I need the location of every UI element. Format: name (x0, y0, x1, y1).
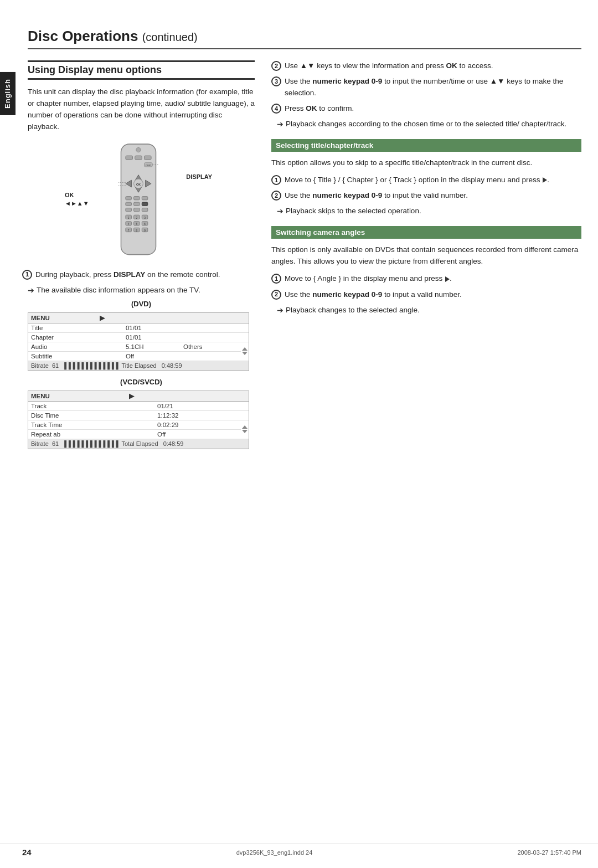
subsection-1-step-1: 1 Move to { Title } / { Chapter } or { T… (271, 174, 581, 186)
vcd-repeat-row: Repeat ab Off (28, 429, 249, 439)
page-number: 24 (22, 848, 32, 857)
svg-rect-22 (126, 208, 132, 211)
svg-rect-20 (134, 202, 140, 206)
svg-rect-23 (134, 208, 140, 211)
left-column: Using Display menu options This unit can… (22, 60, 255, 456)
subsection-1-heading: Selecting title/chapter/track (271, 139, 581, 152)
subsection-2-intro: This option is only available on DVDs th… (271, 244, 581, 268)
left-step-1-arrow: ➔ The available disc information appears… (28, 285, 255, 296)
dvd-table: MENU ▶ Title 01/01 (28, 312, 249, 371)
svg-text:8: 8 (136, 229, 138, 232)
page-container: English Disc Operations (continued) Usin… (0, 0, 598, 868)
svg-text:1: 1 (128, 216, 130, 219)
svg-rect-4 (145, 156, 152, 160)
right-step-3: 3 Use the numeric keypad 0-9 to input th… (271, 76, 581, 99)
vcd-disctime-row: Disc Time 1:12:32 (28, 410, 249, 420)
subsection-1-step-2: 2 Use the numeric keypad 0-9 to input th… (271, 190, 581, 201)
dvd-title-row: Title 01/01 (28, 323, 249, 332)
svg-text:4: 4 (128, 223, 130, 225)
vcd-bitrate-row: Bitrate 61 ▐▐▐▐▐▐▐▐▐▐▐▐▐ Total Elapsed 0… (28, 439, 249, 448)
two-col-layout: Using Display menu options This unit can… (22, 60, 581, 456)
right-column: 2 Use ▲▼ keys to view the information an… (271, 60, 581, 456)
subsection-2-step-2-arrow: ➔ Playback changes to the selected angle… (277, 305, 581, 316)
footer-file: dvp3256K_93_eng1.indd 24 (236, 849, 313, 856)
remote-diagram: OK ◄►▲▼ DISPLAY (28, 143, 249, 259)
remote-svg: DISP (83, 143, 194, 259)
vcd-label: (VCD/SVCD) (28, 378, 255, 386)
right-step-4-arrow: ➔ Playback changes according to the chos… (277, 119, 581, 130)
page-title: Disc Operations (continued) (28, 28, 581, 49)
svg-text:2: 2 (136, 216, 138, 219)
subsection-title-chapter: Selecting title/chapter/track This optio… (271, 139, 581, 217)
footer-date: 2008-03-27 1:57:40 PM (517, 849, 581, 856)
page-footer: 24 dvp3256K_93_eng1.indd 24 2008-03-27 1… (0, 844, 598, 857)
dvd-chapter-row: Chapter 01/01 (28, 332, 249, 342)
right-step-2: 2 Use ▲▼ keys to view the information an… (271, 60, 581, 71)
svg-rect-17 (134, 196, 140, 199)
subsection-1-intro: This option allows you to skip to a spec… (271, 157, 581, 169)
section-heading: Using Display menu options (28, 60, 255, 80)
sidebar-label: English (3, 79, 12, 109)
right-step-4: 4 Press OK to confirm. (271, 103, 581, 114)
vcd-table: MENU ▶ Track 01/21 (28, 391, 249, 449)
vcd-track-row: Track 01/21 (28, 401, 249, 410)
svg-text:3: 3 (144, 216, 146, 219)
subsection-2-step-1: 1 Move to { Angle } in the display menu … (271, 273, 581, 284)
dvd-audio-row: Audio 5.1CH Others (28, 342, 249, 351)
svg-text:9: 9 (144, 229, 146, 232)
dvd-label: (DVD) (28, 300, 255, 308)
svg-text:OK: OK (136, 182, 141, 186)
dvd-subtitle-row: Subtitle Off (28, 351, 249, 361)
dvd-menu-row: MENU ▶ (28, 313, 249, 323)
svg-rect-19 (126, 202, 132, 206)
svg-text:6: 6 (144, 223, 146, 225)
subsection-camera-angles: Switching camera angles This option is o… (271, 226, 581, 316)
vcd-tracktime-row: Track Time 0:02:29 (28, 420, 249, 429)
vcd-menu-row: MENU ▶ (28, 391, 249, 402)
svg-rect-18 (142, 196, 148, 199)
ok-label: OK (65, 192, 74, 198)
left-step-1: 1 During playback, press DISPLAY on the … (22, 269, 255, 280)
english-tab: English (0, 72, 16, 115)
svg-text:DISP: DISP (146, 164, 151, 167)
main-content: Disc Operations (continued) Using Displa… (22, 22, 581, 456)
svg-rect-3 (135, 156, 142, 160)
svg-text:5: 5 (136, 223, 138, 225)
section-intro: This unit can display the disc playback … (28, 86, 255, 133)
svg-point-1 (136, 147, 141, 152)
subsection-1-step-2-arrow: ➔ Playback skips to the selected operati… (277, 206, 581, 217)
svg-rect-16 (126, 196, 132, 199)
dvd-bitrate-row: Bitrate 61 ▐▐▐▐▐▐▐▐▐▐▐▐▐ Title Elapsed 0… (28, 361, 249, 370)
subsection-2-step-2: 2 Use the numeric keypad 0-9 to input a … (271, 289, 581, 300)
svg-rect-24 (142, 208, 148, 211)
svg-rect-2 (126, 156, 133, 160)
subsection-2-heading: Switching camera angles (271, 226, 581, 239)
svg-text:7: 7 (128, 229, 130, 232)
svg-rect-21 (142, 202, 148, 206)
